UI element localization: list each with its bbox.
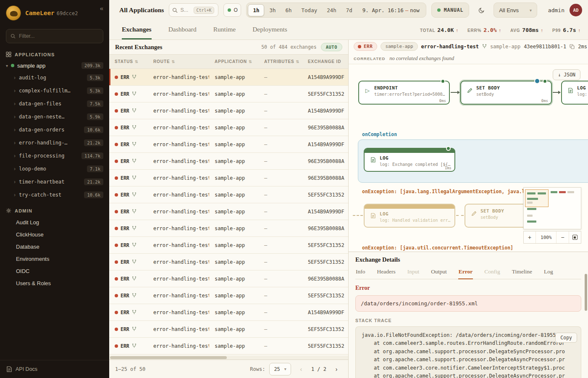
flow-canvas[interactable]: ↓ JSON ▷ ENDPOINT timer:errorTest?period… xyxy=(349,64,588,252)
column-header-route[interactable]: ROUTE⇅ xyxy=(148,59,209,64)
zoom-out-button[interactable]: − xyxy=(556,231,568,243)
sidebar-route-item[interactable]: ›audit-log5.3k xyxy=(0,71,109,84)
stat-value: 2.0% xyxy=(483,27,496,33)
table-row[interactable]: ERRerror-handling-testsample-app—5EF55FC… xyxy=(109,321,348,338)
minimap-bar xyxy=(527,198,538,200)
pencil-icon xyxy=(465,86,474,94)
copy-icon[interactable] xyxy=(570,44,575,49)
prev-page-button[interactable]: ‹ xyxy=(295,363,307,375)
detail-tab-output[interactable]: Output xyxy=(430,266,447,279)
table-row[interactable]: ERRerror-handling-testsample-app—A154B9A… xyxy=(109,203,348,220)
global-search[interactable]: Ctrl+K xyxy=(169,3,218,17)
play-icon: ▷ xyxy=(363,86,372,94)
detail-tab-timeline[interactable]: Timeline xyxy=(512,266,533,279)
table-row[interactable]: ERRerror-handling-testsample-app—96E395B… xyxy=(109,119,348,136)
table-row[interactable]: ERRerror-handling-testsample-app—A154B9A… xyxy=(109,102,348,119)
tab-exchanges[interactable]: Exchanges xyxy=(122,20,152,39)
table-row[interactable]: ERRerror-handling-testsample-app—5EF55FC… xyxy=(109,86,348,102)
route-cell: error-handling-test xyxy=(148,226,209,231)
table-row[interactable]: ERRerror-handling-testsample-app—96E395B… xyxy=(109,270,348,287)
detail-tab-input[interactable]: Input xyxy=(407,266,420,279)
sidebar-route-item[interactable]: ›data-gen-neste…5.9k xyxy=(0,110,109,123)
column-header-attributes[interactable]: ATTRIBUTES⇅ xyxy=(259,59,302,64)
flow-minimap[interactable] xyxy=(523,187,581,229)
flow-node-setbody[interactable]: SET BODY setBody 0ms xyxy=(460,81,552,105)
time-range-24h[interactable]: 24h xyxy=(322,4,341,16)
flow-node-completion-log[interactable]: LOG log: Exchange completed [${exchan 1m… xyxy=(364,148,455,172)
table-row[interactable]: ERRerror-handling-testsample-app—96E395B… xyxy=(109,153,348,170)
tab-dashboard[interactable]: Dashboard xyxy=(168,20,197,39)
table-row[interactable]: ERRerror-handling-testsample-app—A154B9A… xyxy=(109,304,348,321)
table-row[interactable]: ERRerror-handling-testsample-app—A154B9A… xyxy=(109,136,348,153)
next-page-button[interactable]: › xyxy=(331,363,342,375)
env-select[interactable]: All Envs ▾ xyxy=(494,3,537,18)
detail-tab-info[interactable]: Info xyxy=(355,266,366,279)
sidebar-route-item[interactable]: ›complex-fulfillm…5.3k xyxy=(0,84,109,97)
manual-refresh-button[interactable]: MANUAL xyxy=(431,3,469,18)
time-range-3h[interactable]: 3h xyxy=(265,4,280,16)
date-separator: — xyxy=(404,7,410,13)
time-range-6h[interactable]: 6h xyxy=(281,4,297,16)
table-row[interactable]: ERRerror-handling-testsample-app—5EF55FC… xyxy=(109,186,348,203)
sidebar-filter[interactable] xyxy=(6,29,103,43)
sidebar-app-sample-app[interactable]: ▾ sample app 209.3k xyxy=(0,60,109,71)
detail-tab-error[interactable]: Error xyxy=(458,266,473,279)
sidebar-admin-item[interactable]: Environments xyxy=(0,253,109,265)
sidebar-route-item[interactable]: ›data-gen-orders10.6k xyxy=(0,123,109,136)
column-header-status[interactable]: STATUS⇅ xyxy=(109,59,148,64)
sidebar-route-item[interactable]: ›loop-demo7.1k xyxy=(0,162,109,175)
route-name: error-handling-test xyxy=(421,44,479,50)
time-range-1h[interactable]: 1h xyxy=(248,4,264,16)
column-label: ATTRIBUTES xyxy=(264,59,294,64)
zoom-in-button[interactable]: + xyxy=(524,231,536,243)
application-name: sample-app xyxy=(490,44,520,50)
dark-mode-toggle[interactable] xyxy=(474,3,488,17)
tab-deployments[interactable]: Deployments xyxy=(252,20,287,39)
vertical-scrollbar-thumb[interactable] xyxy=(585,274,587,311)
detail-tab-log[interactable]: Log xyxy=(543,266,554,279)
horizontal-scrollbar[interactable] xyxy=(109,356,348,360)
sidebar-admin-item[interactable]: OIDC xyxy=(0,265,109,277)
sidebar-route-item[interactable]: ›file-processing114.7k xyxy=(0,149,109,162)
sidebar-admin-item[interactable]: ClickHouse xyxy=(0,228,109,241)
oncompletion-container: LOG log: Exchange completed [${exchan 1m… xyxy=(358,139,588,183)
sidebar-admin-item[interactable]: Database xyxy=(0,241,109,253)
scrollbar-thumb[interactable] xyxy=(110,356,227,359)
avatar[interactable]: AD xyxy=(570,4,582,16)
table-row[interactable]: ERRerror-handling-testsample-app—A154B9A… xyxy=(109,69,348,86)
table-row[interactable]: ERRerror-handling-testsample-app—5EF55FC… xyxy=(109,287,348,304)
detail-tab-config[interactable]: Config xyxy=(484,266,501,279)
flow-node-exception-log[interactable]: LOG log: Handled validation error: ${exc… xyxy=(364,204,455,228)
tab-runtime[interactable]: Runtime xyxy=(213,20,236,39)
copy-stack-button[interactable]: Copy xyxy=(555,333,577,343)
rows-per-page-select[interactable]: 25 ▾ xyxy=(269,363,291,375)
sidebar-route-item[interactable]: ›try-catch-test10.6k xyxy=(0,188,109,201)
time-range-7d[interactable]: 7d xyxy=(341,4,357,16)
flow-node-log[interactable]: LOG log: Sta xyxy=(561,81,588,105)
detail-tab-headers[interactable]: Headers xyxy=(377,266,396,279)
sidebar-collapse-icon[interactable]: « xyxy=(100,5,103,12)
sidebar-admin-item[interactable]: Audit Log xyxy=(0,216,109,228)
search-input[interactable] xyxy=(180,7,191,13)
sidebar-route-item[interactable]: ›timer-heartbeat21.2k xyxy=(0,175,109,188)
table-row[interactable]: ERRerror-handling-testsample-app—5EF55FC… xyxy=(109,254,348,270)
filter-input[interactable] xyxy=(19,33,99,39)
table-row[interactable]: ERRerror-handling-testsample-app—5EF55FC… xyxy=(109,338,348,354)
fit-view-button[interactable] xyxy=(569,231,581,243)
flow-node-endpoint[interactable]: ▷ ENDPOINT timer:errorTest?period=5000&d… xyxy=(358,81,450,105)
table-row[interactable]: ERRerror-handling-testsample-app—5EF55FC… xyxy=(109,237,348,254)
sidebar-route-item[interactable]: ›error-handling-…21.2k xyxy=(0,136,109,149)
column-header-application[interactable]: APPLICATION⇅ xyxy=(209,59,259,64)
auto-refresh-badge[interactable]: AUTO xyxy=(321,43,342,51)
download-json-button[interactable]: ↓ JSON xyxy=(553,69,580,80)
date-range[interactable]: 9. Apr. 16:16—now xyxy=(357,7,425,13)
table-row[interactable]: ERRerror-handling-testsample-app—96E395B… xyxy=(109,170,348,186)
time-range-today[interactable]: Today xyxy=(297,4,322,16)
sidebar-route-item[interactable]: ›data-gen-files7.5k xyxy=(0,97,109,110)
column-header-exchange-id[interactable]: EXCHANGE ID xyxy=(302,59,348,64)
sidebar-admin-item[interactable]: Users & Roles xyxy=(0,277,109,289)
api-docs-link[interactable]: API Docs xyxy=(0,360,109,378)
live-indicator[interactable]: O xyxy=(223,3,241,17)
table-row[interactable]: ERRerror-handling-testsample-app—96E395B… xyxy=(109,220,348,237)
route-count-badge: 5.3k xyxy=(87,87,103,94)
